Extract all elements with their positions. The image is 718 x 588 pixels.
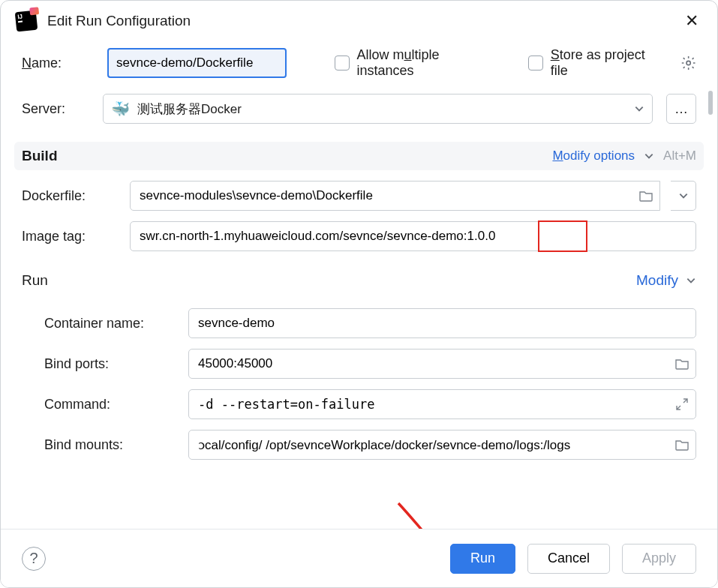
- dockerfile-dropdown-button[interactable]: [671, 181, 696, 211]
- apply-button[interactable]: Apply: [622, 544, 696, 574]
- chevron-down-icon: [634, 104, 644, 114]
- name-input[interactable]: [107, 48, 287, 78]
- name-label: Name:: [22, 56, 89, 71]
- server-value: 测试服务器Docker: [137, 100, 242, 118]
- modify-options-link[interactable]: Modify options: [552, 148, 635, 164]
- dialog-footer: ? Run Cancel Apply: [1, 529, 717, 587]
- server-label: Server:: [22, 101, 89, 117]
- scrollbar-thumb[interactable]: [708, 91, 713, 115]
- bind-ports-label: Bind ports:: [44, 356, 178, 372]
- run-button[interactable]: Run: [450, 544, 515, 574]
- scrollbar[interactable]: [708, 47, 713, 520]
- chevron-down-icon: [686, 275, 696, 286]
- image-tag-input[interactable]: [130, 221, 696, 251]
- build-section-header: Build Modify options Alt+M: [14, 142, 704, 170]
- run-section-header: Run: [22, 272, 48, 289]
- annotation-arrow: [391, 497, 511, 529]
- docker-icon: 🐳: [111, 101, 130, 116]
- store-as-project-label: Store as project file: [551, 47, 662, 79]
- dockerfile-label: Dockerfile:: [22, 188, 119, 204]
- edit-run-config-dialog: Edit Run Configuration ✕ Name: Allow mul…: [0, 0, 718, 588]
- container-name-input[interactable]: [188, 308, 696, 338]
- dialog-content: Name: Allow multiple instances Store as …: [1, 38, 717, 529]
- command-input[interactable]: [188, 389, 696, 419]
- bind-ports-input[interactable]: [188, 349, 696, 379]
- help-button[interactable]: ?: [22, 547, 46, 571]
- allow-multiple-checkbox[interactable]: [335, 56, 349, 70]
- cancel-button[interactable]: Cancel: [527, 544, 610, 574]
- close-icon[interactable]: ✕: [681, 11, 702, 31]
- chevron-down-icon: [644, 151, 654, 161]
- server-browse-button[interactable]: …: [666, 94, 696, 124]
- bind-mounts-input[interactable]: [188, 430, 696, 460]
- dialog-title: Edit Run Configuration: [47, 13, 671, 29]
- gear-icon[interactable]: [680, 55, 696, 71]
- image-tag-label: Image tag:: [22, 229, 119, 244]
- expand-icon[interactable]: [675, 398, 689, 411]
- modify-link[interactable]: Modify: [636, 272, 678, 289]
- command-label: Command:: [44, 397, 178, 412]
- intellij-icon: [15, 10, 38, 32]
- store-as-project-checkbox[interactable]: [528, 56, 542, 70]
- bind-mounts-label: Bind mounts:: [44, 437, 178, 453]
- titlebar: Edit Run Configuration ✕: [1, 1, 717, 38]
- server-select[interactable]: 🐳 测试服务器Docker: [103, 94, 653, 124]
- allow-multiple-label: Allow multiple instances: [357, 47, 496, 79]
- dockerfile-input[interactable]: [130, 181, 660, 211]
- svg-point-0: [686, 61, 690, 64]
- chevron-down-icon: [678, 190, 689, 201]
- container-name-label: Container name:: [44, 316, 178, 332]
- shortcut-hint: Alt+M: [663, 148, 696, 164]
